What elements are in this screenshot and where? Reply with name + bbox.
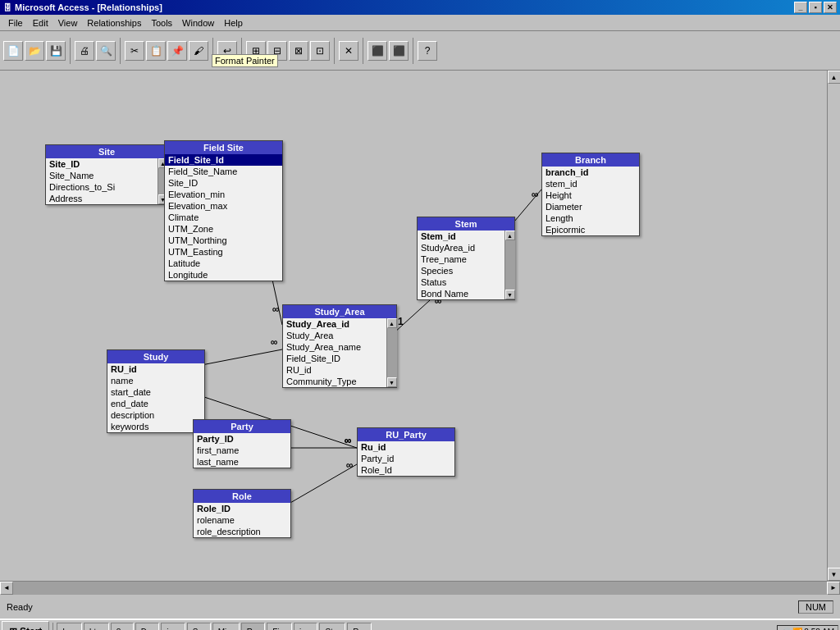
table-studyarea[interactable]: Study_Area Study_Area_id Study_Area Stud… (282, 304, 397, 388)
horizontal-scrollbar-area[interactable]: ◄ ► (0, 581, 840, 594)
role-field-id[interactable]: Role_ID (194, 503, 290, 514)
stem-field-treename[interactable]: Tree_name (418, 253, 504, 265)
delete-button[interactable]: ✕ (339, 41, 358, 61)
site-field-directions[interactable]: Directions_to_Si (46, 181, 158, 193)
print-preview-button[interactable]: 🔍 (96, 41, 116, 61)
party-field-id[interactable]: Party_ID (194, 433, 290, 445)
task-r2[interactable]: R... (347, 623, 372, 630)
fieldsite-field-utmzone[interactable]: UTM_Zone (165, 223, 282, 235)
branch-field-stemid[interactable]: stem_id (542, 178, 639, 189)
table-role[interactable]: Role Role_ID rolename role_description (193, 489, 291, 538)
scroll-up-arrow[interactable]: ▲ (828, 71, 841, 84)
party-field-firstname[interactable]: first_name (194, 445, 290, 456)
study-field-enddate[interactable]: end_date (107, 398, 204, 409)
copy-button[interactable]: 📋 (146, 41, 166, 61)
fieldsite-field-elevmin[interactable]: Elevation_min (165, 189, 282, 200)
table-site[interactable]: Site Site_ID Site_Name Directions_to_Si … (45, 144, 168, 205)
fieldsite-field-utmnorth[interactable]: UTM_Northing (165, 235, 282, 246)
study-field-description[interactable]: description (107, 409, 204, 421)
studyarea-scroll-up[interactable]: ▲ (387, 318, 397, 328)
fieldsite-field-lon[interactable]: Longitude (165, 269, 282, 281)
branch-field-height[interactable]: Height (542, 189, 639, 201)
task-is2[interactable]: is... (294, 623, 318, 630)
scroll-left-arrow[interactable]: ◄ (0, 582, 13, 595)
window-controls[interactable]: _ ▪ ✕ (794, 2, 837, 13)
menu-view[interactable]: View (53, 16, 83, 30)
fieldsite-field-utmeast[interactable]: UTM_Easting (165, 246, 282, 258)
vertical-scrollbar[interactable]: ▲ ▼ (827, 71, 840, 581)
stem-field-species[interactable]: Species (418, 265, 504, 276)
fieldsite-field-name[interactable]: Field_Site_Name (165, 166, 282, 177)
table-stem[interactable]: Stem Stem_id StudyArea_id Tree_name Spec… (417, 217, 515, 300)
table-fieldsite[interactable]: Field Site Field_Site_Id Field_Site_Name… (164, 140, 283, 281)
table-studyarea-scrollbar[interactable]: ▲ ▼ (386, 318, 396, 387)
task-is[interactable]: is... (161, 623, 185, 630)
studyarea-field-area[interactable]: Study_Area (283, 330, 386, 341)
menu-tools[interactable]: Tools (146, 16, 177, 30)
branch-field-diameter[interactable]: Diameter (542, 201, 639, 212)
task-s[interactable]: S... (187, 623, 211, 630)
site-field-sitename[interactable]: Site_Name (46, 170, 158, 181)
open-button[interactable]: 📂 (25, 41, 44, 61)
start-button[interactable]: ⊞ Start (2, 621, 49, 630)
ruparty-field-ruid[interactable]: Ru_id (358, 441, 454, 453)
tools-btn1[interactable]: ⬛ (368, 41, 387, 61)
studyarea-field-fieldsiteid[interactable]: Field_Site_ID (283, 353, 386, 364)
menu-file[interactable]: File (3, 16, 28, 30)
branch-field-epicormic[interactable]: Epicormic (542, 224, 639, 235)
studyarea-field-name[interactable]: Study_Area_name (283, 341, 386, 353)
fieldsite-field-lat[interactable]: Latitude (165, 258, 282, 269)
table-branch[interactable]: Branch branch_id stem_id Height Diameter… (541, 153, 640, 236)
stem-scroll-up[interactable]: ▲ (505, 231, 515, 240)
save-button[interactable]: 💾 (46, 41, 66, 61)
task-8[interactable]: 8... (111, 623, 134, 630)
close-button[interactable]: ✕ (824, 2, 837, 13)
h-scroll-track[interactable] (13, 582, 827, 595)
table-study[interactable]: Study RU_id name start_date end_date des… (107, 349, 205, 433)
party-field-lastname[interactable]: last_name (194, 456, 290, 468)
task-in[interactable]: In... (57, 623, 82, 630)
role-field-rolename[interactable]: rolename (194, 514, 290, 526)
site-field-siteid[interactable]: Site_ID (46, 158, 158, 170)
branch-field-id[interactable]: branch_id (542, 167, 639, 178)
new-button[interactable]: 📄 (3, 41, 23, 61)
studyarea-field-id[interactable]: Study_Area_id (283, 318, 386, 330)
ruparty-field-partyid[interactable]: Party_id (358, 453, 454, 464)
menu-edit[interactable]: Edit (28, 16, 53, 30)
build-button[interactable]: ⊡ (310, 41, 330, 61)
task-ht[interactable]: ht... (84, 623, 109, 630)
ruparty-field-roleid[interactable]: Role_Id (358, 464, 454, 476)
fieldsite-field-elevmax[interactable]: Elevation_max (165, 200, 282, 212)
study-field-keywords[interactable]: keywords (107, 421, 204, 432)
minimize-button[interactable]: _ (794, 2, 807, 13)
fieldsite-field-siteid[interactable]: Site_ID (165, 177, 282, 189)
restore-button[interactable]: ▪ (809, 2, 822, 13)
fieldsite-field-climate[interactable]: Climate (165, 212, 282, 223)
stem-scroll-down[interactable]: ▼ (505, 290, 515, 299)
task-d[interactable]: D... (135, 623, 160, 630)
menu-window[interactable]: Window (177, 16, 219, 30)
task-st[interactable]: St... (319, 623, 345, 630)
stem-field-id[interactable]: Stem_id (418, 231, 504, 242)
properties-button[interactable]: ⊠ (289, 41, 308, 61)
print-button[interactable]: 🖨 (75, 41, 94, 61)
scroll-down-arrow[interactable]: ▼ (828, 568, 841, 581)
help-button[interactable]: ? (418, 41, 437, 61)
studyarea-field-ruid[interactable]: RU_id (283, 364, 386, 376)
menu-help[interactable]: Help (219, 16, 248, 30)
fieldsite-field-id[interactable]: Field_Site_Id (165, 154, 282, 166)
task-r[interactable]: R... (241, 623, 266, 630)
studyarea-scroll-down[interactable]: ▼ (387, 377, 397, 387)
site-field-address[interactable]: Address (46, 193, 158, 204)
stem-field-bondname[interactable]: Bond Name (418, 288, 504, 299)
scroll-right-arrow[interactable]: ► (827, 582, 840, 595)
study-field-startdate[interactable]: start_date (107, 386, 204, 398)
table-party[interactable]: Party Party_ID first_name last_name (193, 419, 291, 468)
table-ruparty[interactable]: RU_Party Ru_id Party_id Role_Id (357, 427, 455, 477)
cut-button[interactable]: ✂ (125, 41, 144, 61)
stem-field-studyareaid[interactable]: StudyArea_id (418, 242, 504, 253)
studyarea-field-communitytype[interactable]: Community_Type (283, 376, 386, 387)
study-field-ruid[interactable]: RU_id (107, 363, 204, 375)
task-mi[interactable]: Mi... (212, 623, 240, 630)
menu-relationships[interactable]: Relationships (82, 16, 146, 30)
